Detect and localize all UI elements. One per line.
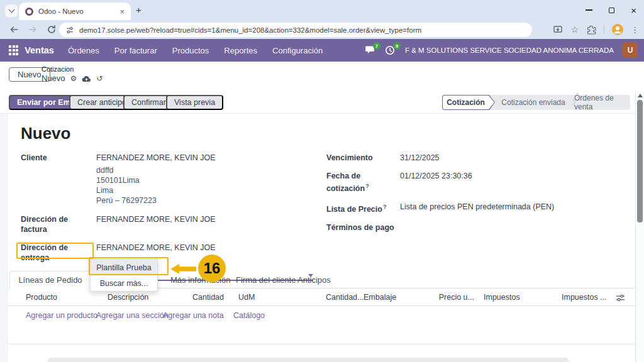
vencimiento-value[interactable]: 31/12/2025 [400,153,440,163]
browser-tab[interactable]: Odoo - Nuevo × [19,3,131,20]
user-avatar[interactable]: U [623,43,638,58]
breadcrumb-parent[interactable]: Cotizacion [42,65,103,73]
action-row: Enviar por Email Crear anticipo Confirma… [0,91,644,114]
cliente-value[interactable]: FERNANDEZ MORE, KEVIN JOE [96,153,216,163]
forward-icon[interactable] [28,25,38,35]
catalog-link[interactable]: Catálogo [233,311,265,320]
annotation-highlight-option [89,257,169,275]
col-cantidad-2[interactable]: Cantidad... [326,293,364,302]
new-tab-button[interactable]: + [136,5,142,15]
page-scrollbar[interactable] [635,91,644,362]
address-line: ddffd [96,165,326,175]
record-title: Nuevo [21,124,631,143]
col-impuestos[interactable]: Impuestos [484,293,520,302]
odoo-favicon-icon [25,8,33,16]
install-app-icon[interactable] [553,25,563,35]
discard-icon[interactable]: ↺ [96,75,103,82]
help-icon: ? [365,183,369,189]
app-name[interactable]: Ventas [25,45,54,55]
address-line: 150101Lima [96,175,326,185]
bookmark-star-icon[interactable]: ☆ [570,25,579,34]
tab-title: Odoo - Nuevo [38,8,118,15]
form-sheet: Nuevo Cliente FERNANDEZ MORE, KEVIN JOE … [7,114,637,362]
messages-button[interactable]: 7 [365,45,376,55]
control-panel: Nuevo Cotizacion Nuevo ⚙ ↺ [0,62,644,91]
menu-productos[interactable]: Productos [172,46,209,55]
scrollbar-up-icon[interactable] [638,94,643,97]
profile-avatar[interactable] [612,24,623,35]
tab-firma-cliente[interactable]: Firma del cliente [236,275,296,285]
tab-lineas-pedido[interactable]: Líneas de Pedido [9,271,91,288]
tab-close-icon[interactable]: × [118,8,126,16]
statusbar: Cotización Cotización enviada Órdenes de… [442,95,630,110]
sheet-left-gutter [0,114,7,362]
vencimiento-label: Vencimiento [326,153,400,163]
cliente-address: ddffd 150101Lima Lima Perú – 76297223 [96,165,326,206]
window-restore-icon[interactable] [609,8,614,13]
col-udm[interactable]: UdM [238,293,255,302]
menu-reportes[interactable]: Reportes [224,46,257,55]
annotation-step-badge: 16 [198,255,226,282]
add-product-link[interactable]: Agregar un producto [26,311,97,320]
lista-precio-value[interactable]: Lista de precios PEN predeterminada (PEN… [400,202,554,214]
status-step-cotizacion-enviada[interactable]: Cotización enviada [495,95,572,110]
col-embalaje[interactable]: Embalaje [364,293,396,302]
save-cloud-icon[interactable] [82,75,91,82]
window-controls: × [586,0,636,20]
dropdown-option-buscar-mas[interactable]: Buscar más... [91,275,157,291]
chatter-composer-edge[interactable] [47,358,569,362]
browser-menu-icon[interactable]: ⋮ [631,26,639,34]
col-precio-unitario[interactable]: Precio u... [428,293,474,302]
breadcrumb: Cotizacion Nuevo ⚙ ↺ [42,65,103,83]
status-step-ordenes-venta[interactable]: Órdenes de venta [574,95,630,110]
back-icon[interactable] [9,25,19,35]
tab-search-button[interactable] [5,4,18,17]
reload-icon[interactable] [47,25,57,35]
fecha-cotizacion-label: Fecha de cotización? [326,171,400,194]
messages-badge: 7 [373,42,380,50]
col-producto[interactable]: Producto [26,293,57,302]
site-settings-icon[interactable] [65,26,74,35]
cliente-label: Cliente [21,153,96,163]
menu-por-facturar[interactable]: Por facturar [114,46,157,55]
col-impuestos-2[interactable]: Impuestos ... [562,293,606,302]
tab-anticipos[interactable]: Anticipos [297,275,331,285]
gear-icon[interactable]: ⚙ [70,75,77,82]
add-section-link[interactable]: Agregar una sección [96,311,169,320]
direccion-factura-label: Dirección de factura [21,214,96,234]
add-note-link[interactable]: Agregar una nota [163,311,224,320]
navbar-right: 7 9 F & M SOLUTIONS SERVICE SOCIEDAD ANO… [365,39,638,62]
help-icon: ? [383,204,387,210]
breadcrumb-current: Nuevo [42,74,65,83]
direccion-factura-value[interactable]: FERNANDEZ MORE, KEVIN JOE [96,214,216,234]
window-close-icon[interactable]: × [631,6,636,15]
company-name[interactable]: F & M SOLUTIONS SERVICE SOCIEDAD ANONIMA… [405,47,614,54]
lista-precio-label: Lista de Precio? [326,202,400,214]
col-cantidad[interactable]: Cantidad [177,293,224,302]
annotation-arrow-icon [170,263,196,275]
toolbar-right-icons: ☆ ⋮ [553,20,639,39]
address-line: Lima [96,185,326,195]
apps-grid-icon[interactable] [9,45,18,55]
odoo-navbar: Ventas Órdenes Por facturar Productos Re… [0,39,644,62]
browser-tab-strip: Odoo - Nuevo × + × [0,0,644,20]
url-text: demo17.solse.pe/web?reload=true#cids=1&m… [79,26,421,34]
scrollbar-thumb[interactable] [637,100,643,222]
screen: Odoo - Nuevo × + × demo17.solse.pe/web?r… [0,0,644,362]
menu-ordenes[interactable]: Órdenes [68,46,99,55]
section-divider [8,344,638,344]
chevron-down-icon [8,7,14,13]
activities-button[interactable]: 9 [385,45,396,55]
window-minimize-icon[interactable] [586,9,592,10]
fecha-cotizacion-value[interactable]: 01/12/2025 23:30:36 [400,171,472,194]
address-line: Perú – 76297223 [96,195,326,206]
preview-button[interactable]: Vista previa [166,95,223,110]
order-lines-header: Producto Descripción Cantidad UdM Cantid… [8,289,638,306]
col-descripcion[interactable]: Descripción [108,293,148,302]
status-step-cotizacion[interactable]: Cotización [442,95,495,110]
address-bar[interactable]: demo17.solse.pe/web?reload=true#cids=1&m… [59,23,532,37]
optional-columns-icon[interactable] [616,293,625,302]
terminos-pago-label: Términos de pago [326,222,400,233]
extensions-icon[interactable] [586,25,596,35]
menu-configuracion[interactable]: Configuración [272,46,323,55]
